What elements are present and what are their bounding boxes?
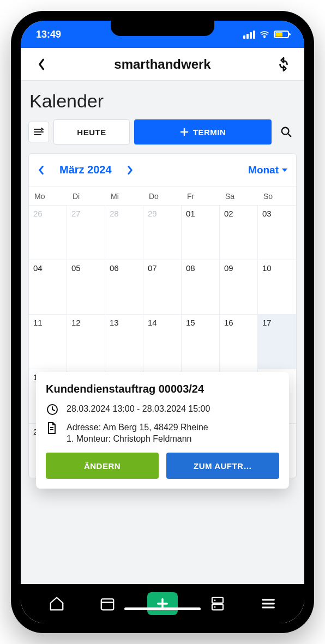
svg-rect-16	[212, 604, 223, 610]
app-header: smarthandwerk	[21, 48, 304, 81]
month-label: März 2024	[59, 164, 112, 176]
nav-add[interactable]	[147, 592, 178, 615]
calendar-day-cell[interactable]: 11	[29, 314, 67, 369]
weekday-header: Di	[67, 186, 105, 205]
clock-icon	[46, 403, 59, 416]
view-label: Monat	[248, 164, 279, 176]
popup-fitter: 1. Monteur: Christoph Feldmann	[67, 433, 208, 445]
sync-button[interactable]	[274, 55, 293, 74]
calendar-day-cell[interactable]: 03	[258, 205, 296, 260]
popup-time-text: 28.03.2024 13:00 - 28.03.2024 15:00	[67, 403, 210, 415]
calendar-day-cell[interactable]: 12	[67, 314, 105, 369]
battery-icon	[274, 31, 289, 38]
calendar-day-cell[interactable]: 26	[29, 205, 67, 260]
calendar-week-row: 04050607080910	[29, 260, 296, 314]
wifi-icon	[260, 31, 269, 38]
popup-time-row: 28.03.2024 13:00 - 28.03.2024 15:00	[46, 403, 279, 416]
toolbar: HEUTE TERMIN	[28, 119, 297, 145]
nav-tasks[interactable]	[207, 593, 228, 615]
svg-line-7	[288, 134, 291, 137]
calendar-day-cell[interactable]: 07	[143, 260, 182, 314]
calendar-day-cell[interactable]: 13	[105, 314, 143, 369]
page-body: Kalender HEUTE TERMIN	[21, 81, 304, 584]
next-month-button[interactable]	[127, 165, 134, 175]
new-event-button[interactable]: TERMIN	[134, 119, 272, 145]
today-button-label: HEUTE	[77, 128, 106, 137]
screen: 13:49 smarthandwerk Kalender	[21, 21, 304, 623]
nav-home[interactable]	[46, 593, 68, 615]
weekday-header: Sa	[220, 186, 258, 205]
calendar-day-cell[interactable]: 02	[220, 205, 258, 260]
status-right	[243, 31, 289, 39]
edit-button-label: ÄNDERN	[84, 461, 121, 471]
popup-actions: ÄNDERN ZUM AUFTR…	[46, 453, 279, 479]
device-notch	[111, 21, 214, 36]
calendar-week-row: 26272829010203	[29, 205, 296, 260]
weekday-header: Mo	[29, 186, 67, 205]
calendar-day-cell[interactable]: 15	[182, 314, 220, 369]
plus-icon	[180, 128, 189, 136]
home-indicator	[124, 607, 201, 610]
popup-details-text: Adresse: Am Berg 15, 48429 Rheine 1. Mon…	[67, 422, 208, 445]
filter-button[interactable]	[28, 122, 49, 142]
search-button[interactable]	[276, 122, 297, 142]
edit-button[interactable]: ÄNDERN	[46, 453, 159, 479]
weekday-header: Do	[143, 186, 182, 205]
calendar-day-cell[interactable]: 06	[105, 260, 143, 314]
view-selector[interactable]: Monat	[248, 164, 287, 176]
open-order-label: ZUM AUFTR…	[194, 461, 252, 471]
popup-title: Kundendienstauftrag 00003/24	[46, 383, 279, 395]
calendar-day-cell[interactable]: 16	[220, 314, 258, 369]
calendar-day-cell[interactable]: 17	[258, 314, 296, 369]
calendar-day-cell[interactable]: 01	[182, 205, 220, 260]
signal-icon	[243, 31, 255, 39]
calendar-day-cell[interactable]: 14	[143, 314, 182, 369]
chevron-down-icon	[282, 168, 287, 172]
weekday-header: So	[258, 186, 296, 205]
calendar-day-cell[interactable]: 05	[67, 260, 105, 314]
nav-calendar[interactable]	[97, 593, 118, 615]
prev-month-button[interactable]	[38, 165, 44, 175]
calendar-day-cell[interactable]: 10	[258, 260, 296, 314]
nav-menu[interactable]	[257, 593, 279, 615]
new-event-label: TERMIN	[193, 128, 226, 137]
weekday-header: Mi	[105, 186, 143, 205]
app-title: smarthandwerk	[114, 57, 210, 72]
status-time: 13:49	[36, 29, 61, 40]
popup-details-row: Adresse: Am Berg 15, 48429 Rheine 1. Mon…	[46, 422, 279, 445]
bottom-nav	[21, 584, 304, 623]
calendar-day-cell[interactable]: 28	[105, 205, 143, 260]
month-navigator: März 2024	[38, 164, 134, 176]
page-title: Kalender	[28, 88, 297, 119]
today-button[interactable]: HEUTE	[53, 119, 130, 145]
weekday-row: MoDiMiDoFrSaSo	[29, 186, 296, 205]
event-popup: Kundendienstauftrag 00003/24 28.03.2024 …	[36, 372, 289, 489]
weekday-header: Fr	[182, 186, 220, 205]
calendar-day-cell[interactable]: 09	[220, 260, 258, 314]
calendar-day-cell[interactable]: 08	[182, 260, 220, 314]
svg-point-0	[264, 37, 265, 38]
calendar-header: März 2024 Monat	[29, 154, 296, 186]
svg-rect-11	[101, 599, 114, 610]
phone-frame: 13:49 smarthandwerk Kalender	[11, 11, 314, 633]
back-button[interactable]	[32, 55, 51, 74]
document-icon	[46, 422, 59, 435]
calendar-day-cell[interactable]: 29	[143, 205, 182, 260]
calendar-day-cell[interactable]: 04	[29, 260, 67, 314]
calendar-week-row: 11121314151617	[29, 314, 296, 369]
svg-rect-15	[212, 598, 223, 603]
open-order-button[interactable]: ZUM AUFTR…	[166, 453, 279, 479]
popup-address: Adresse: Am Berg 15, 48429 Rheine	[67, 422, 208, 434]
calendar-day-cell[interactable]: 27	[67, 205, 105, 260]
